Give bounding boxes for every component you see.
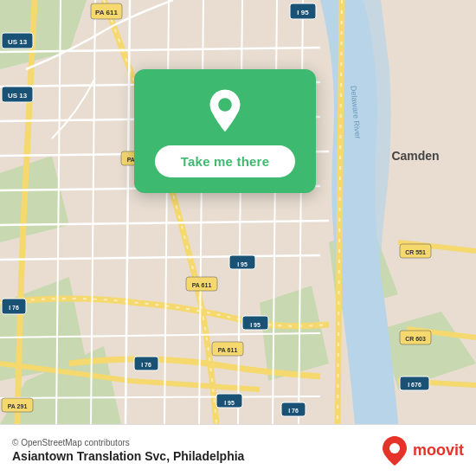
moovit-pin-icon — [382, 435, 408, 466]
svg-text:Camden: Camden — [391, 149, 439, 163]
svg-text:I 76: I 76 — [141, 362, 151, 368]
svg-text:CR 603: CR 603 — [405, 336, 426, 342]
svg-point-63 — [218, 98, 232, 112]
svg-text:I 95: I 95 — [297, 9, 309, 16]
svg-text:CR 551: CR 551 — [405, 249, 426, 255]
svg-text:I 76: I 76 — [9, 305, 19, 311]
svg-text:PA 611: PA 611 — [192, 282, 212, 288]
svg-point-64 — [389, 443, 400, 453]
moovit-logo: moovit — [382, 435, 464, 466]
svg-text:I 676: I 676 — [408, 382, 421, 388]
svg-text:US 13: US 13 — [8, 38, 28, 46]
take-me-there-button[interactable]: Take me there — [155, 145, 295, 177]
location-pin-icon — [203, 88, 248, 133]
svg-text:PA 291: PA 291 — [8, 403, 28, 409]
svg-text:I 95: I 95 — [237, 261, 248, 267]
location-card: Take me there — [134, 69, 316, 193]
svg-text:US 13: US 13 — [8, 92, 28, 100]
bottom-info: © OpenStreetMap contributors Asiantown T… — [12, 438, 382, 463]
bottom-bar: © OpenStreetMap contributors Asiantown T… — [0, 424, 476, 476]
location-name: Asiantown Translation Svc, Philadelphia — [12, 449, 382, 463]
map-background: US 13 US 13 PA 611 PA 611 PA 611 PA 611 … — [0, 0, 476, 424]
svg-text:PA 611: PA 611 — [218, 347, 238, 353]
moovit-brand-text: moovit — [413, 441, 464, 460]
osm-attribution: © OpenStreetMap contributors — [12, 438, 382, 447]
svg-text:I 95: I 95 — [250, 322, 261, 328]
svg-text:I 76: I 76 — [288, 408, 299, 414]
svg-text:PA 611: PA 611 — [95, 9, 118, 16]
map-container: US 13 US 13 PA 611 PA 611 PA 611 PA 611 … — [0, 0, 476, 424]
svg-text:I 95: I 95 — [224, 400, 235, 406]
